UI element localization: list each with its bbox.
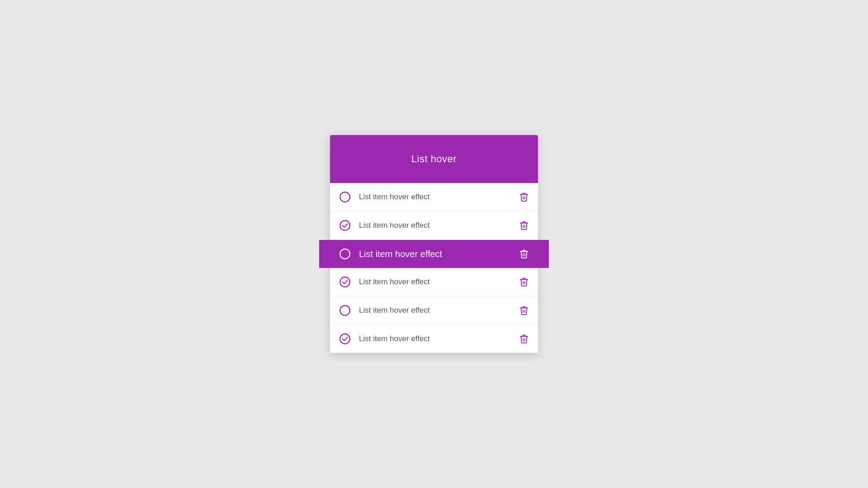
list-item-text: List item hover effect: [359, 221, 519, 230]
card-header: List hover: [330, 135, 538, 183]
list-item[interactable]: List item hover effect: [319, 240, 549, 268]
list: List item hover effect List item hover e…: [330, 183, 538, 353]
list-item[interactable]: List item hover effect: [330, 268, 538, 296]
delete-icon[interactable]: [519, 305, 529, 315]
empty-circle-icon[interactable]: [339, 191, 351, 203]
empty-circle-icon[interactable]: [339, 248, 351, 260]
list-item[interactable]: List item hover effect: [330, 296, 538, 325]
empty-circle-icon[interactable]: [339, 305, 351, 316]
svg-point-4: [340, 305, 350, 315]
card-title: List hover: [411, 153, 457, 164]
delete-icon[interactable]: [519, 192, 529, 202]
checked-circle-icon[interactable]: [339, 333, 351, 345]
list-item-text: List item hover effect: [359, 277, 519, 286]
list-item-text: List item hover effect: [359, 249, 519, 259]
checked-circle-icon[interactable]: [339, 276, 351, 288]
list-item[interactable]: List item hover effect: [330, 183, 538, 211]
delete-icon[interactable]: [519, 221, 529, 230]
svg-point-1: [340, 221, 350, 230]
list-item[interactable]: List item hover effect: [330, 211, 538, 240]
checked-circle-icon[interactable]: [339, 220, 351, 231]
svg-point-0: [340, 192, 350, 202]
card: List hover List item hover effect List i…: [330, 135, 538, 353]
svg-point-5: [340, 334, 350, 344]
list-item[interactable]: List item hover effect: [330, 325, 538, 353]
delete-icon[interactable]: [519, 334, 529, 344]
delete-icon[interactable]: [519, 249, 529, 259]
list-item-text: List item hover effect: [359, 192, 519, 202]
svg-point-3: [340, 277, 350, 287]
list-item-text: List item hover effect: [359, 306, 519, 315]
delete-icon[interactable]: [519, 277, 529, 287]
svg-point-2: [340, 249, 350, 259]
list-item-text: List item hover effect: [359, 334, 519, 343]
